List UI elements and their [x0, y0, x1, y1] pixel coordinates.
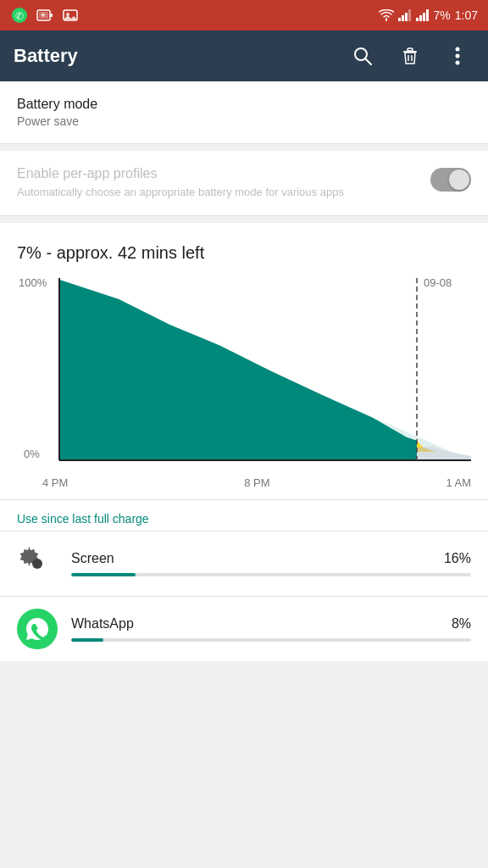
battery-chart: 100% 0% [17, 270, 471, 473]
content: Battery mode Power save Enable per-app p… [0, 81, 488, 661]
wifi-icon [379, 9, 394, 21]
svg-text:+: + [41, 11, 45, 19]
svg-text:0%: 0% [24, 448, 40, 460]
screen-usage-name: Screen [71, 551, 114, 566]
whatsapp-app-icon [17, 609, 58, 649]
screen-usage-content: Screen 16% [71, 551, 471, 576]
time-label-4pm: 4 PM [42, 476, 68, 489]
status-bar-right: 7% 1:07 [379, 8, 478, 22]
svg-rect-14 [423, 13, 425, 21]
time-label-1am: 1 AM [446, 476, 471, 489]
svg-text:09-08: 09-08 [424, 276, 452, 289]
battery-mode-subtitle: Power save [17, 114, 471, 128]
svg-rect-12 [416, 18, 419, 21]
more-options-button[interactable] [441, 39, 474, 73]
more-icon [455, 47, 460, 65]
page-title: Battery [14, 45, 332, 67]
signal-icon-2 [416, 9, 430, 21]
battery-mode-item[interactable]: Battery mode Power save [0, 81, 488, 144]
chart-time-labels: 4 PM 8 PM 1 AM [0, 473, 488, 499]
svg-point-22 [456, 47, 460, 52]
svg-rect-15 [426, 9, 429, 21]
svg-marker-29 [59, 280, 417, 460]
whatsapp-progress-bg [71, 638, 471, 642]
whatsapp-usage-percent: 8% [452, 616, 471, 632]
svg-rect-10 [405, 13, 408, 21]
whatsapp-notification-icon: ✆ [10, 6, 29, 25]
svg-rect-8 [398, 18, 401, 21]
signal-icon-1 [398, 9, 412, 21]
svg-rect-19 [408, 48, 413, 51]
per-app-profiles-toggle[interactable] [430, 168, 471, 192]
svg-text:✆: ✆ [15, 10, 24, 22]
battery-mode-title: Battery mode [17, 97, 471, 112]
svg-rect-9 [402, 15, 404, 21]
delete-icon [401, 47, 419, 65]
status-bar-left: ✆ + [10, 6, 374, 25]
battery-percentage-text: 7% - approx. 42 mins left [17, 236, 471, 270]
svg-point-36 [32, 559, 42, 569]
screen-progress-fill [71, 573, 136, 576]
screen-usage-header: Screen 16% [71, 551, 471, 566]
svg-rect-13 [419, 15, 422, 21]
per-app-profiles-title: Enable per-app profiles [17, 166, 417, 181]
screen-progress-bg [71, 573, 471, 576]
divider-1 [0, 144, 488, 151]
battery-section: 7% - approx. 42 mins left [0, 223, 488, 270]
battery-percent-status: 7% [434, 8, 451, 22]
per-app-profiles-text: Enable per-app profiles Automatically ch… [17, 166, 417, 200]
app-bar: Battery [0, 31, 488, 81]
svg-point-24 [456, 61, 460, 65]
whatsapp-progress-fill [71, 638, 103, 642]
svg-text:100%: 100% [19, 276, 47, 289]
whatsapp-usage-item[interactable]: WhatsApp 8% [0, 596, 488, 661]
battery-saving-icon: + [36, 6, 54, 25]
screen-usage-icon [17, 543, 58, 584]
svg-point-23 [456, 54, 460, 58]
screen-usage-item[interactable]: Screen 16% [0, 531, 488, 596]
time-label-8pm: 8 PM [244, 476, 269, 489]
per-app-profiles-item[interactable]: Enable per-app profiles Automatically ch… [0, 151, 488, 216]
whatsapp-usage-content: WhatsApp 8% [71, 616, 471, 642]
whatsapp-usage-header: WhatsApp 8% [71, 616, 471, 632]
gallery-notification-icon [61, 6, 80, 25]
status-bar: ✆ + [0, 0, 488, 31]
screen-usage-percent: 16% [444, 551, 471, 566]
search-button[interactable] [346, 39, 380, 73]
search-icon [353, 47, 372, 65]
use-since-section: Use since last full charge [0, 499, 488, 531]
svg-rect-11 [408, 9, 411, 21]
delete-button[interactable] [393, 39, 427, 73]
use-since-title: Use since last full charge [17, 512, 471, 526]
svg-rect-3 [50, 14, 53, 17]
chart-container: 100% 0% [0, 270, 488, 473]
whatsapp-usage-icon [17, 609, 58, 649]
svg-marker-31 [417, 446, 471, 460]
divider-2 [0, 216, 488, 223]
whatsapp-usage-name: WhatsApp [71, 616, 134, 632]
per-app-profiles-subtitle: Automatically choose an appropriate batt… [17, 185, 417, 200]
clock: 1:07 [455, 8, 478, 22]
svg-line-17 [365, 58, 371, 64]
